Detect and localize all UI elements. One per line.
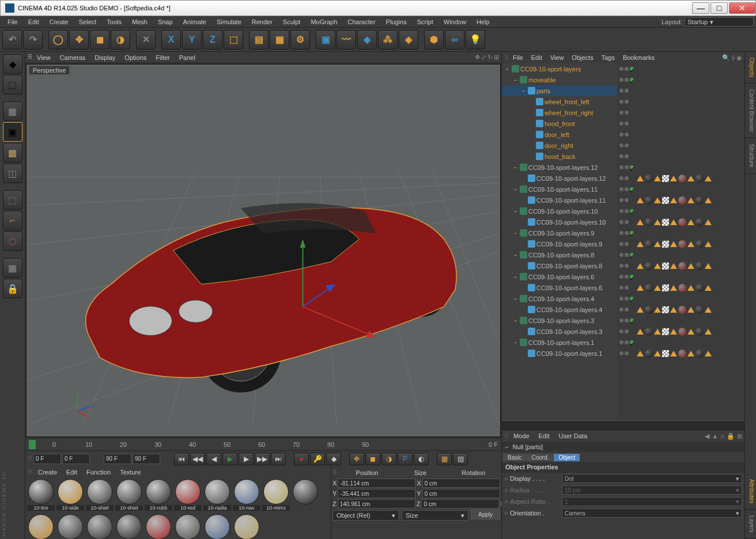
material-item[interactable]: 10-mirro bbox=[262, 479, 290, 514]
tree-item[interactable]: −CC09-10-sport-layers.8 bbox=[502, 249, 617, 260]
material-item[interactable] bbox=[27, 514, 55, 539]
size-y-field[interactable] bbox=[422, 489, 500, 498]
vp-menu-options[interactable]: Options bbox=[120, 54, 151, 61]
undo-button[interactable]: ↶ bbox=[2, 30, 22, 50]
attr-value-field[interactable]: Camera▾ bbox=[562, 508, 742, 518]
playhead[interactable] bbox=[29, 440, 36, 449]
size-z-field[interactable] bbox=[421, 499, 499, 508]
attr-home-icon[interactable]: ⌂ bbox=[720, 432, 724, 440]
tree-item[interactable]: hood_front bbox=[502, 118, 617, 129]
point-tool[interactable]: ⬚ bbox=[3, 190, 22, 210]
tree-item[interactable]: −CC09-10-sport-layers.12 bbox=[502, 162, 617, 173]
tree-item[interactable]: CC09-10-sport-layers.6 bbox=[502, 282, 617, 293]
texture-tool[interactable]: ▩ bbox=[3, 143, 22, 162]
tree-item[interactable]: wheel_front_left bbox=[502, 96, 617, 107]
attr-menu-edit[interactable]: Edit bbox=[534, 432, 554, 439]
select-tool[interactable]: ◯ bbox=[48, 30, 68, 50]
tree-item[interactable]: CC09-10-sport-layers.1 bbox=[502, 348, 617, 359]
lock-z-button[interactable]: Z bbox=[203, 30, 222, 50]
attr-tab-basic[interactable]: Basic bbox=[503, 454, 526, 461]
tree-item[interactable]: −CC09-10-sport-layers.11 bbox=[502, 184, 617, 195]
attr-menu-userdata[interactable]: User Data bbox=[554, 432, 592, 439]
menu-render[interactable]: Render bbox=[247, 18, 278, 25]
last-tool[interactable]: ✕ bbox=[136, 30, 156, 50]
menu-select[interactable]: Select bbox=[74, 18, 102, 25]
goto-end-button[interactable]: ⏭ bbox=[271, 453, 286, 465]
next-key-button[interactable]: ▶▶ bbox=[255, 453, 270, 465]
attr-tab-coord[interactable]: Coord. bbox=[527, 454, 553, 461]
mat-menu-create[interactable]: Create bbox=[33, 469, 62, 476]
deformer-button[interactable]: ◈ bbox=[399, 30, 418, 50]
mat-menu-edit[interactable]: Edit bbox=[62, 469, 82, 476]
tree-item[interactable]: −CC09-10-sport-layers.1 bbox=[502, 337, 617, 348]
coord-space-dropdown[interactable]: Object (Rel)▾ bbox=[332, 510, 399, 521]
attr-value-field[interactable]: 10 cm▾ bbox=[562, 485, 742, 495]
vp-menu-cameras[interactable]: Cameras bbox=[55, 54, 90, 61]
tree-item[interactable]: −CC09-10-sport-layers.10 bbox=[502, 206, 617, 217]
key-rot-button[interactable]: ◑ bbox=[381, 453, 396, 465]
material-item[interactable]: 10-side bbox=[56, 479, 85, 514]
mat-menu-texture[interactable]: Texture bbox=[115, 469, 145, 476]
material-item[interactable] bbox=[291, 479, 320, 514]
tree-item[interactable]: CC09-10-sport-layers.3 bbox=[502, 326, 617, 337]
material-item[interactable] bbox=[203, 514, 232, 539]
end-frame-field-2[interactable] bbox=[133, 454, 160, 464]
tree-item[interactable]: −CC09-10-sport-layers bbox=[502, 63, 617, 74]
tool-1[interactable]: ⬚ bbox=[3, 75, 22, 94]
attr-menu-mode[interactable]: Mode bbox=[509, 432, 534, 439]
sidetab-attributes[interactable]: Attributes bbox=[745, 473, 756, 510]
redo-button[interactable]: ↷ bbox=[23, 30, 43, 50]
play-button[interactable]: ▶ bbox=[222, 453, 237, 465]
menu-help[interactable]: Help bbox=[471, 18, 495, 25]
pos-y-field[interactable] bbox=[338, 489, 415, 498]
next-frame-button[interactable]: ▶ bbox=[239, 453, 254, 465]
vp-rotate-icon[interactable]: ↻ bbox=[487, 54, 493, 61]
obj-menu-objects[interactable]: Objects bbox=[568, 54, 597, 61]
layout-dropdown[interactable]: Startup ▾ bbox=[685, 17, 754, 26]
menu-edit[interactable]: Edit bbox=[23, 18, 44, 25]
material-item[interactable]: 10-shiel bbox=[115, 479, 143, 514]
pos-x-field[interactable] bbox=[338, 479, 415, 488]
tree-item[interactable]: −moveable bbox=[502, 74, 617, 85]
size-x-field[interactable] bbox=[422, 479, 500, 488]
menu-script[interactable]: Script bbox=[412, 18, 439, 25]
material-item[interactable]: 10-rubb bbox=[144, 479, 173, 514]
keyframe-sel-button[interactable]: ◆ bbox=[326, 453, 341, 465]
material-item[interactable]: 10-shiel bbox=[85, 479, 114, 514]
material-item[interactable]: 10-red bbox=[173, 479, 202, 514]
attr-new-icon[interactable]: ⊞ bbox=[737, 432, 742, 440]
tree-item[interactable]: CC09-10-sport-layers.4 bbox=[502, 304, 617, 315]
tree-item[interactable]: −CC09-10-sport-layers.9 bbox=[502, 227, 617, 238]
tree-item[interactable]: CC09-10-sport-layers.11 bbox=[502, 195, 617, 206]
obj-menu-view[interactable]: View bbox=[546, 54, 568, 61]
obj-menu-file[interactable]: File bbox=[509, 54, 527, 61]
current-frame-field[interactable] bbox=[62, 454, 90, 464]
material-item[interactable]: 10-tire bbox=[27, 479, 55, 514]
menu-window[interactable]: Window bbox=[439, 18, 471, 25]
lock-x-button[interactable]: X bbox=[161, 30, 181, 50]
menu-snap[interactable]: Snap bbox=[153, 18, 178, 25]
tree-item[interactable]: −CC09-10-sport-layers.3 bbox=[502, 315, 617, 326]
menu-character[interactable]: Character bbox=[342, 18, 380, 25]
autokey-button[interactable]: 🔑 bbox=[310, 453, 325, 465]
menu-create[interactable]: Create bbox=[44, 18, 74, 25]
film-button[interactable]: ▦ bbox=[437, 453, 452, 465]
pos-z-field[interactable] bbox=[338, 499, 415, 508]
timeline[interactable]: 01020304050607080900 F bbox=[25, 438, 501, 450]
enable-snap[interactable]: 🔒 bbox=[3, 279, 22, 298]
obj-hscrollbar[interactable] bbox=[502, 420, 744, 430]
attr-lock-icon[interactable]: 🔒 bbox=[727, 432, 735, 440]
primitive-cube-button[interactable]: ▣ bbox=[316, 30, 335, 50]
material-item[interactable] bbox=[115, 514, 143, 539]
environment-button[interactable]: ⬢ bbox=[424, 30, 444, 50]
prev-key-button[interactable]: ◀◀ bbox=[190, 453, 205, 465]
render-region-button[interactable]: ▦ bbox=[270, 30, 289, 50]
sidetab-objects[interactable]: Objects bbox=[745, 52, 756, 83]
move-tool[interactable]: ✥ bbox=[69, 30, 89, 50]
tree-item[interactable]: wheel_front_right bbox=[502, 107, 617, 118]
obj-menu-edit[interactable]: Edit bbox=[527, 54, 546, 61]
obj-menu-bookmarks[interactable]: Bookmarks bbox=[619, 54, 659, 61]
edge-tool[interactable]: ⌐ bbox=[3, 211, 22, 230]
menu-sculpt[interactable]: Sculpt bbox=[278, 18, 306, 25]
vp-menu-view[interactable]: View bbox=[32, 54, 55, 61]
